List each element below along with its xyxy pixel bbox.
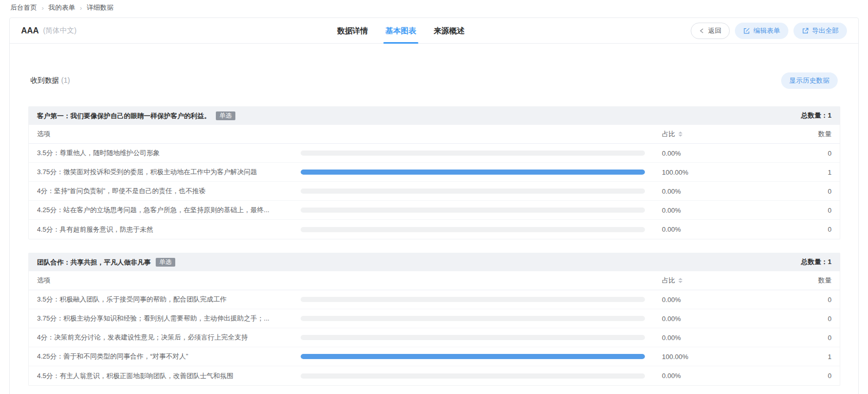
ratio-bar (301, 170, 645, 175)
option-label: 4.25分：善于和不同类型的同事合作，“对事不对人” (37, 352, 301, 361)
option-row: 4.5分：具有超前服务意识，防患于未然 0.00% 0 (29, 220, 840, 239)
option-label: 4.25分：站在客户的立场思考问题，急客户所急，在坚持原则的基础上，最终... (37, 205, 301, 215)
column-count: 数量 (729, 276, 832, 285)
ratio-value: 0.00% (645, 187, 729, 195)
option-row: 3.75分：微笑面对投诉和受到的委屈，积极主动地在工作中为客户解决问题 100.… (29, 163, 840, 182)
breadcrumb-separator-icon: › (80, 4, 82, 12)
count-value: 0 (729, 187, 832, 195)
ratio-value: 100.00% (645, 168, 729, 176)
ratio-bar (301, 208, 645, 213)
question-section: 团队合作：共享共担，平凡人做非凡事单选 总数量：1 选项 占比 数量 3.5分：… (28, 253, 840, 386)
card-header: AAA (简体中文) 数据详情 基本图表 来源概述 返回 编辑表单 导出全部 (10, 18, 858, 44)
count-value: 0 (729, 315, 832, 323)
tab-basic-charts[interactable]: 基本图表 (385, 18, 416, 44)
export-all-button[interactable]: 导出全部 (793, 23, 847, 39)
tab-bar: 数据详情 基本图表 来源概述 (337, 18, 465, 44)
option-row: 3.5分：积极融入团队，乐于接受同事的帮助，配合团队完成工作 0.00% 0 (29, 290, 840, 309)
option-row: 4.25分：善于和不同类型的同事合作，“对事不对人” 100.00% 1 (29, 347, 840, 366)
column-option: 选项 (37, 129, 301, 139)
ratio-bar (301, 354, 645, 359)
option-row: 4.5分：有主人翁意识，积极正面地影响团队，改善团队士气和氛围 0.00% 0 (29, 366, 840, 385)
question-header: 团队合作：共享共担，平凡人做非凡事单选 总数量：1 (29, 253, 840, 271)
question-type-badge: 单选 (216, 111, 235, 120)
total-count-value: 1 (828, 258, 832, 266)
count-value: 0 (729, 149, 832, 157)
breadcrumb-item-forms[interactable]: 我的表单 (48, 3, 75, 12)
ratio-bar (301, 373, 645, 379)
tab-data-detail[interactable]: 数据详情 (337, 18, 368, 44)
breadcrumb: 后台首页 › 我的表单 › 详细数据 (0, 0, 868, 15)
column-header-row: 选项 占比 数量 (29, 271, 840, 290)
option-label: 3.75分：微笑面对投诉和受到的委屈，积极主动地在工作中为客户解决问题 (37, 167, 301, 177)
received-data-count: (1) (61, 76, 70, 84)
ratio-bar (301, 316, 645, 321)
option-label: 4.5分：有主人翁意识，积极正面地影响团队，改善团队士气和氛围 (37, 371, 301, 381)
option-label: 3.5分：积极融入团队，乐于接受同事的帮助，配合团队完成工作 (37, 295, 301, 304)
column-ratio-sort[interactable]: 占比 (645, 129, 729, 139)
count-value: 0 (729, 226, 832, 233)
count-value: 0 (729, 372, 832, 380)
ratio-value: 0.00% (645, 149, 729, 157)
ratio-bar-fill (301, 354, 645, 359)
option-rows: 3.5分：积极融入团队，乐于接受同事的帮助，配合团队完成工作 0.00% 0 3… (29, 290, 840, 385)
header-actions: 返回 编辑表单 导出全部 (691, 23, 847, 39)
question-title: 客户第一：我们要像保护自己的眼睛一样保护客户的利益。 (37, 112, 211, 120)
option-label: 3.75分：积极主动分享知识和经验；看到别人需要帮助，主动伸出援助之手；... (37, 314, 301, 323)
question-sections: 客户第一：我们要像保护自己的眼睛一样保护客户的利益。单选 总数量：1 选项 占比… (28, 106, 840, 394)
show-history-button[interactable]: 显示历史数据 (781, 72, 838, 89)
option-rows: 3.5分：尊重他人，随时随地维护公司形象 0.00% 0 3.75分：微笑面对投… (29, 144, 840, 239)
edit-form-button[interactable]: 编辑表单 (735, 23, 788, 39)
edit-form-button-label: 编辑表单 (753, 26, 780, 35)
column-header-row: 选项 占比 数量 (29, 125, 840, 144)
ratio-bar (301, 297, 645, 302)
column-count: 数量 (729, 129, 832, 139)
breadcrumb-separator-icon: › (42, 4, 44, 12)
breadcrumb-item-home[interactable]: 后台首页 (10, 3, 37, 12)
edit-icon (743, 27, 750, 34)
ratio-bar (301, 335, 645, 340)
total-count-label: 总数量： (801, 111, 828, 119)
received-data-label: 收到数据(1) (30, 76, 70, 85)
back-button-label: 返回 (708, 26, 722, 35)
option-row: 4分：决策前充分讨论，发表建设性意见；决策后，必须言行上完全支持 0.00% 0 (29, 328, 840, 347)
question-header: 客户第一：我们要像保护自己的眼睛一样保护客户的利益。单选 总数量：1 (29, 106, 840, 125)
column-option: 选项 (37, 276, 301, 285)
option-label: 4.5分：具有超前服务意识，防患于未然 (37, 225, 301, 234)
option-row: 3.75分：积极主动分享知识和经验；看到别人需要帮助，主动伸出援助之手；... … (29, 309, 840, 328)
tab-source-overview[interactable]: 来源概述 (434, 18, 465, 44)
count-value: 0 (729, 296, 832, 304)
total-count: 总数量：1 (801, 111, 832, 120)
count-value: 0 (729, 334, 832, 342)
total-count: 总数量：1 (801, 257, 832, 267)
total-count-label: 总数量： (801, 258, 828, 266)
ratio-bar (301, 189, 645, 194)
ratio-value: 0.00% (645, 296, 729, 304)
form-language-note: (简体中文) (43, 26, 77, 35)
ratio-bar-fill (301, 170, 645, 175)
sort-caret-icon[interactable] (678, 278, 682, 283)
ratio-bar (301, 227, 645, 232)
data-toolbar: 收到数据(1) 显示历史数据 (30, 72, 838, 89)
option-row: 4分：坚持“首问负责制”，即使不是自己的责任，也不推诿 0.00% 0 (29, 182, 840, 201)
form-data-card: AAA (简体中文) 数据详情 基本图表 来源概述 返回 编辑表单 导出全部 收… (9, 17, 859, 394)
ratio-value: 100.00% (645, 353, 729, 361)
sort-caret-icon[interactable] (678, 132, 682, 137)
option-row: 3.5分：尊重他人，随时随地维护公司形象 0.00% 0 (29, 144, 840, 163)
form-title: AAA (21, 26, 39, 35)
export-icon (802, 27, 809, 34)
count-value: 1 (729, 353, 832, 361)
question-section: 客户第一：我们要像保护自己的眼睛一样保护客户的利益。单选 总数量：1 选项 占比… (28, 106, 840, 239)
show-history-button-label: 显示历史数据 (789, 76, 829, 85)
option-label: 4分：决策前充分讨论，发表建设性意见；决策后，必须言行上完全支持 (37, 333, 301, 342)
chevron-left-icon (699, 27, 705, 34)
question-title: 团队合作：共享共担，平凡人做非凡事 (37, 258, 151, 266)
question-type-badge: 单选 (156, 258, 175, 267)
option-row: 4.25分：站在客户的立场思考问题，急客户所急，在坚持原则的基础上，最终... … (29, 201, 840, 220)
ratio-value: 0.00% (645, 226, 729, 233)
column-ratio-sort[interactable]: 占比 (645, 276, 729, 285)
ratio-value: 0.00% (645, 372, 729, 380)
option-label: 3.5分：尊重他人，随时随地维护公司形象 (37, 148, 301, 158)
breadcrumb-item-detail: 详细数据 (87, 3, 114, 12)
back-button[interactable]: 返回 (691, 23, 730, 39)
total-count-value: 1 (828, 111, 832, 119)
